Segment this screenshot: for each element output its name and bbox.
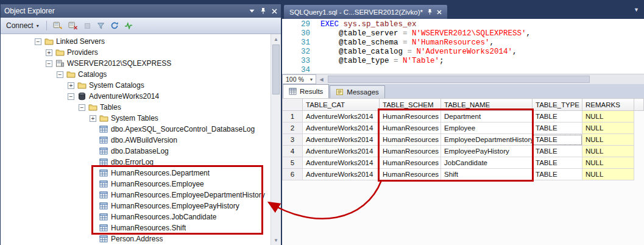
cell-table_name[interactable]: Shift <box>441 169 533 180</box>
tree-expander[interactable]: − <box>46 60 52 67</box>
row-number[interactable]: 5 <box>283 157 303 169</box>
close-icon[interactable] <box>437 10 442 15</box>
cell-table_type[interactable]: TABLE <box>533 146 582 157</box>
cell-table_type[interactable]: TABLE <box>533 122 582 134</box>
tree-item[interactable]: dbo.ApexSQL_SourceControl_DatabaseLog <box>1 124 271 135</box>
cell-table_schem[interactable]: HumanResources <box>380 134 441 146</box>
close-icon[interactable] <box>272 9 277 14</box>
stop-icon[interactable] <box>82 21 93 30</box>
cell-table_type[interactable]: TABLE <box>533 169 582 180</box>
tree-item[interactable]: − Tables <box>1 102 271 113</box>
tree-item[interactable]: − Linked Servers <box>1 36 271 47</box>
tab-results[interactable]: Results <box>283 84 329 98</box>
tab-messages[interactable]: Messages <box>330 85 384 98</box>
row-number[interactable]: 1 <box>283 111 303 122</box>
sql-editor[interactable]: 29 EXEC sys.sp_tables_ex 30 @table_serve… <box>282 19 644 74</box>
cell-remarks[interactable]: NULL <box>582 111 634 122</box>
tree-item[interactable]: HumanResources.Department <box>1 168 271 179</box>
cell-remarks[interactable]: NULL <box>582 122 634 134</box>
tree-item[interactable]: HumanResources.EmployeeDepartmentHistory <box>1 190 271 201</box>
scrollbar-thumb[interactable] <box>328 76 590 83</box>
zoom-selector[interactable]: 100 % ▾ <box>282 74 316 84</box>
tree-item[interactable]: + System Catalogs <box>1 80 271 91</box>
object-explorer-titlebar[interactable]: Object Explorer <box>1 4 281 18</box>
row-number[interactable]: 3 <box>283 134 303 146</box>
connect-server-icon[interactable] <box>52 21 64 30</box>
tree-item[interactable]: − AdventureWorks2014 <box>1 91 271 102</box>
tree-item[interactable]: HumanResources.EmployeePayHistory <box>1 201 271 211</box>
cell-table_name[interactable]: Department <box>441 111 533 122</box>
cell-remarks[interactable]: NULL <box>582 157 634 169</box>
cell-remarks[interactable]: NULL <box>582 169 634 180</box>
scroll-left-icon[interactable]: ◀ <box>316 74 327 84</box>
row-number[interactable]: 6 <box>283 169 303 180</box>
activity-monitor-icon[interactable] <box>123 21 134 30</box>
grid-corner-header[interactable] <box>283 99 303 111</box>
tree-item[interactable]: − Catalogs <box>1 69 271 80</box>
table-icon <box>99 235 108 243</box>
tree-item[interactable]: dbo.DatabaseLog <box>1 146 271 157</box>
refresh-icon[interactable] <box>109 21 120 30</box>
column-header-table_schem[interactable]: TABLE_SCHEM <box>380 99 441 111</box>
row-number[interactable]: 2 <box>283 122 303 134</box>
cell-table_schem[interactable]: HumanResources <box>380 169 441 180</box>
connect-button[interactable]: Connect ▾ <box>4 20 41 31</box>
cell-table_cat[interactable]: AdventureWorks2014 <box>303 146 380 157</box>
tree-item[interactable]: dbo.ErrorLog <box>1 157 271 168</box>
pin-icon[interactable] <box>260 7 266 15</box>
tree-item[interactable]: − WSERVER2012\SQLEXPRESS <box>1 58 271 69</box>
tab-list-dropdown-icon[interactable]: ▼ <box>634 7 639 13</box>
cell-remarks[interactable]: NULL <box>582 146 634 157</box>
tree-item[interactable]: Person.Address <box>1 233 271 244</box>
tree-item[interactable]: HumanResources.Shift <box>1 222 271 233</box>
cell-table_type[interactable]: TABLE <box>533 157 582 169</box>
tree-expander[interactable]: + <box>46 49 52 56</box>
tree-item[interactable]: dbo.AWBuildVersion <box>1 135 271 146</box>
filter-icon[interactable] <box>96 21 106 30</box>
table-icon <box>99 169 108 177</box>
column-header-table_type[interactable]: TABLE_TYPE <box>533 99 582 111</box>
row-number[interactable]: 4 <box>283 146 303 157</box>
cell-table_type[interactable]: TABLE <box>533 134 582 146</box>
cell-table_schem[interactable]: HumanResources <box>380 122 441 134</box>
tree-item[interactable]: + System Tables <box>1 113 271 124</box>
cell-table_cat[interactable]: AdventureWorks2014 <box>303 157 380 169</box>
cell-table_schem[interactable]: HumanResources <box>380 111 441 122</box>
pin-icon[interactable] <box>427 9 433 15</box>
tree-expander[interactable]: − <box>68 93 74 100</box>
horizontal-scrollbar[interactable]: ◀ <box>316 74 644 84</box>
cell-table_name[interactable]: Employee <box>441 122 533 134</box>
cell-table_cat[interactable]: AdventureWorks2014 <box>303 134 380 146</box>
tree-expander[interactable]: + <box>68 82 74 89</box>
column-header-table_cat[interactable]: TABLE_CAT <box>303 99 380 111</box>
tree-scrollbar[interactable]: ▲ ▼ <box>271 34 281 245</box>
tree-item[interactable]: + Providers <box>1 47 271 58</box>
cell-table_name[interactable]: EmployeePayHistory <box>441 146 533 157</box>
tree-expander[interactable]: − <box>35 38 41 45</box>
cell-remarks[interactable]: NULL <box>582 134 634 146</box>
tree-item[interactable]: HumanResources.Employee <box>1 179 271 190</box>
cell-table_type[interactable]: TABLE <box>533 111 582 122</box>
scroll-up-icon[interactable]: ▲ <box>271 34 281 44</box>
tree-item[interactable]: HumanResources.JobCandidate <box>1 211 271 222</box>
scrollbar-thumb[interactable] <box>272 44 280 94</box>
cell-table_schem[interactable]: HumanResources <box>380 157 441 169</box>
table-icon <box>99 136 108 144</box>
chevron-down-icon[interactable] <box>249 9 255 13</box>
cell-table_cat[interactable]: AdventureWorks2014 <box>303 169 380 180</box>
cell-table_name[interactable]: EmployeeDepartmentHistory <box>441 134 533 146</box>
tree-expander[interactable]: − <box>79 104 85 111</box>
tree-expander[interactable]: − <box>57 71 63 78</box>
column-header-table_name[interactable]: TABLE_NAME <box>441 99 533 111</box>
column-header-remarks[interactable]: REMARKS <box>582 99 634 111</box>
cell-table_cat[interactable]: AdventureWorks2014 <box>303 122 380 134</box>
tree-expander[interactable]: + <box>90 115 96 122</box>
scroll-down-icon[interactable]: ▼ <box>271 235 281 245</box>
cell-table_name[interactable]: JobCandidate <box>441 157 533 169</box>
line-code: @table_type = N'Table'; <box>310 57 444 66</box>
disconnect-server-icon[interactable] <box>67 21 79 30</box>
cell-table_cat[interactable]: AdventureWorks2014 <box>303 111 380 122</box>
document-tab[interactable]: SQLQuery1.sql - C...SERVER2012(Zivko)* <box>284 5 447 19</box>
tree-item-label: HumanResources.EmployeeDepartmentHistory <box>111 191 265 199</box>
cell-table_schem[interactable]: HumanResources <box>380 146 441 157</box>
